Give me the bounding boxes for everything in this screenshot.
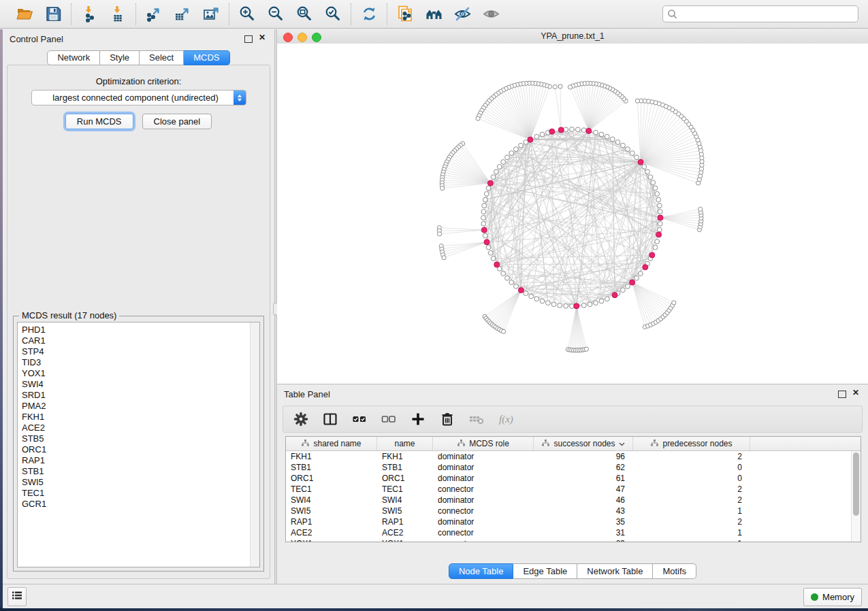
cell-name[interactable]: SWI5 [377,506,433,516]
cell-shared-name[interactable]: SWI5 [286,506,377,516]
table-row[interactable]: TEC1TEC1connector472 [286,484,861,495]
mcds-result-node[interactable]: FKH1 [22,412,247,423]
mcds-result-node[interactable]: TEC1 [22,488,247,499]
cell-name[interactable]: STB1 [377,462,433,473]
tab-network[interactable]: Network [47,50,100,65]
table-scrollbar[interactable] [851,451,861,542]
cell-predecessor-nodes[interactable]: 1 [633,527,750,538]
cell-predecessor-nodes[interactable]: 2 [633,495,750,506]
cell-name[interactable]: YOX1 [377,538,433,542]
cell-shared-name[interactable]: TEC1 [286,484,377,495]
cell-MCDS-role[interactable]: connector [433,538,534,542]
cell-name[interactable]: RAP1 [377,516,433,527]
cell-MCDS-role[interactable]: connector [433,506,534,516]
export-table-button[interactable] [173,5,192,24]
show-panels-list-button[interactable] [7,587,27,606]
mcds-result-node[interactable]: PMA2 [22,401,247,412]
cell-name[interactable]: ORC1 [377,473,433,484]
network-graph[interactable] [277,44,868,384]
mcds-result-node[interactable]: STB5 [22,433,247,444]
cell-successor-nodes[interactable]: 47 [534,484,633,495]
select-all-rows-button[interactable] [351,410,368,428]
export-image-button[interactable] [202,5,221,24]
cell-predecessor-nodes[interactable]: 1 [633,538,750,542]
mcds-result-node[interactable]: SWI5 [22,477,247,488]
zoom-selected-button[interactable] [323,5,342,24]
cell-name[interactable]: FKH1 [377,451,433,462]
criterion-select[interactable]: largest connected component (undirected) [31,90,246,105]
network-window-titlebar[interactable]: YPA_prune.txt_1 [277,29,868,44]
column-header-MCDS-role[interactable]: MCDS role [433,437,534,450]
table-row[interactable]: STB1STB1dominator620 [286,462,861,473]
mcds-result-node[interactable]: GCR1 [22,499,247,510]
cell-successor-nodes[interactable]: 29 [534,538,633,542]
close-panel-icon[interactable]: ✕ [259,33,266,42]
cell-successor-nodes[interactable]: 35 [534,516,633,527]
cell-MCDS-role[interactable]: connector [433,484,534,495]
mcds-result-node[interactable]: ACE2 [22,423,247,433]
zoom-fit-button[interactable] [295,5,314,24]
cell-MCDS-role[interactable]: dominator [433,495,534,506]
save-session-button[interactable] [44,5,63,24]
table-row[interactable]: ORC1ORC1dominator610 [286,473,861,484]
cell-shared-name[interactable]: ACE2 [286,527,377,538]
cell-name[interactable]: TEC1 [377,484,433,495]
network-canvas[interactable] [277,44,868,384]
mcds-result-node[interactable]: RAP1 [22,455,247,466]
float-table-panel-icon[interactable] [838,391,846,398]
cell-predecessor-nodes[interactable]: 2 [633,451,750,462]
tab-motifs[interactable]: Motifs [653,563,696,579]
tab-network-table[interactable]: Network Table [577,563,653,579]
delete-column-button[interactable] [438,410,456,428]
show-all-button[interactable] [481,5,500,24]
mcds-result-node[interactable]: SRD1 [22,390,247,401]
column-header-successor-nodes[interactable]: successor nodes [534,437,633,450]
first-neighbors-button[interactable] [424,5,443,24]
import-network-button[interactable] [80,5,99,24]
mcds-result-node[interactable]: STB1 [22,466,247,477]
run-mcds-button[interactable]: Run MCDS [65,114,133,129]
tab-style[interactable]: Style [100,50,140,65]
tab-select[interactable]: Select [140,50,184,65]
cell-successor-nodes[interactable]: 62 [534,462,633,473]
cell-successor-nodes[interactable]: 46 [534,495,633,506]
mcds-result-node[interactable]: YOX1 [22,368,247,379]
search-input[interactable] [662,5,858,22]
memory-button[interactable]: Memory [803,588,862,606]
cell-shared-name[interactable]: FKH1 [286,451,377,462]
cell-MCDS-role[interactable]: dominator [433,462,534,473]
apply-layout-button[interactable] [359,5,379,24]
cell-MCDS-role[interactable]: dominator [433,473,534,484]
cell-successor-nodes[interactable]: 96 [534,451,633,462]
mcds-result-node[interactable]: PHD1 [22,325,247,335]
cell-shared-name[interactable]: RAP1 [286,516,377,527]
cell-name[interactable]: ACE2 [377,527,433,538]
cell-successor-nodes[interactable]: 31 [534,527,633,538]
cell-predecessor-nodes[interactable]: 1 [633,506,750,516]
column-header-shared-name[interactable]: shared name [286,437,377,450]
float-panel-icon[interactable] [244,35,253,43]
column-header-name[interactable]: name [377,437,433,450]
column-header-predecessor-nodes[interactable]: predecessor nodes [633,437,750,450]
cell-shared-name[interactable]: STB1 [286,462,377,473]
cell-shared-name[interactable]: YOX1 [286,538,377,542]
tab-mcds[interactable]: MCDS [184,50,229,65]
close-table-panel-icon[interactable]: ✕ [852,388,859,397]
table-row[interactable]: FKH1FKH1dominator962 [286,451,861,462]
cell-successor-nodes[interactable]: 61 [534,473,633,484]
cell-successor-nodes[interactable]: 43 [534,506,633,516]
mcds-result-node[interactable]: TID3 [22,357,247,368]
cell-name[interactable]: SWI4 [377,495,433,506]
mcds-result-node[interactable]: ORC1 [22,444,247,455]
mcds-result-node[interactable]: SWI4 [22,379,247,390]
mcds-result-list[interactable]: PHD1CAR1STP4TID3YOX1SWI4SRD1PMA2FKH1ACE2… [17,322,260,567]
toggle-panel-layout-button[interactable] [321,410,339,428]
result-list-scrollbar[interactable] [250,323,259,567]
new-network-from-selection-button[interactable] [396,5,415,24]
add-column-button[interactable] [409,410,427,428]
open-session-button[interactable] [15,5,34,24]
table-row[interactable]: SWI4SWI4dominator462 [286,495,861,506]
export-network-button[interactable] [144,5,163,24]
close-panel-button[interactable]: Close panel [142,114,212,129]
cell-predecessor-nodes[interactable]: 0 [633,473,750,484]
